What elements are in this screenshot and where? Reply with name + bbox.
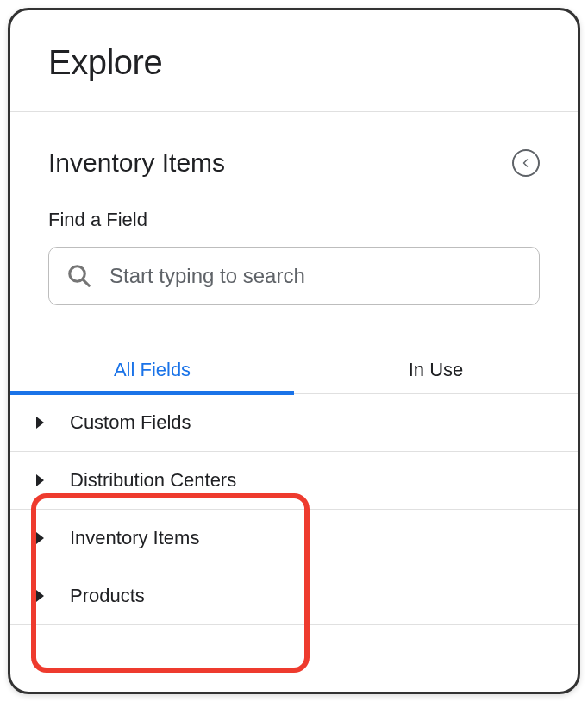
expand-arrow-icon xyxy=(36,417,44,429)
expand-arrow-icon xyxy=(36,532,44,544)
expand-arrow-icon xyxy=(36,474,44,486)
search-input[interactable] xyxy=(109,264,522,288)
field-item-distribution-centers[interactable]: Distribution Centers xyxy=(10,452,578,510)
field-list: Custom Fields Distribution Centers Inven… xyxy=(10,394,578,625)
search-box[interactable] xyxy=(48,247,540,305)
field-item-custom-fields[interactable]: Custom Fields xyxy=(10,394,578,452)
search-label: Find a Field xyxy=(48,209,540,231)
field-item-inventory-items[interactable]: Inventory Items xyxy=(10,510,578,567)
field-label: Custom Fields xyxy=(70,411,191,434)
field-label: Products xyxy=(70,585,145,607)
section-title: Inventory Items xyxy=(48,148,225,178)
svg-line-1 xyxy=(83,279,89,285)
search-icon xyxy=(66,263,92,289)
expand-arrow-icon xyxy=(36,590,44,602)
field-label: Inventory Items xyxy=(70,527,199,549)
tab-in-use[interactable]: In Use xyxy=(294,347,578,393)
collapse-button[interactable] xyxy=(512,149,540,177)
field-item-products[interactable]: Products xyxy=(10,567,578,625)
page-title: Explore xyxy=(48,43,540,82)
field-label: Distribution Centers xyxy=(70,469,236,492)
chevron-left-icon xyxy=(521,158,531,168)
tab-all-fields[interactable]: All Fields xyxy=(10,347,294,393)
